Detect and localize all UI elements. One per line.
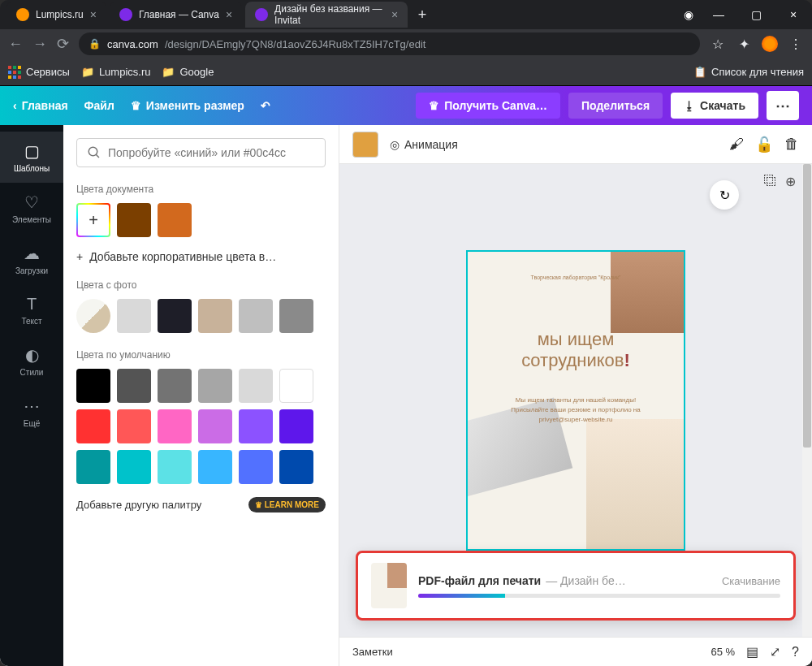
sidebar: ▢ Шаблоны ♡ Элементы ☁ Загрузки T Текст … — [0, 125, 63, 666]
paint-roller-icon[interactable]: 🖌 — [729, 136, 744, 153]
file-button[interactable]: Файл — [84, 99, 114, 112]
browser-tab-0[interactable]: Lumpics.ru × — [6, 2, 106, 28]
bookmark-google[interactable]: 📁 Google — [162, 66, 214, 78]
card-content: Творческая лаборатория "Кролик" мы ищем … — [468, 252, 684, 549]
regenerate-button[interactable]: ↻ — [710, 180, 739, 210]
sidebar-styles[interactable]: ◐ Стили — [0, 335, 63, 387]
bookmark-label: Сервисы — [26, 66, 70, 78]
color-swatch[interactable] — [279, 450, 313, 484]
page-count-icon[interactable]: ▤ — [746, 644, 758, 660]
home-button[interactable]: ‹ Главная — [13, 99, 68, 112]
learn-more-badge[interactable]: ♛ LEARN MORE — [248, 497, 326, 512]
color-swatch[interactable] — [198, 450, 232, 484]
color-swatch[interactable] — [158, 299, 192, 333]
color-swatch[interactable] — [158, 450, 192, 484]
design-canvas[interactable]: Творческая лаборатория "Кролик" мы ищем … — [466, 250, 685, 551]
add-color-button[interactable]: + — [76, 203, 110, 237]
lock-icon[interactable]: 🔓 — [755, 136, 773, 154]
color-swatch[interactable] — [117, 203, 151, 237]
url-field[interactable]: 🔒 canva.com/design/DAEmgly7QN8/d1aovZ6J4… — [79, 32, 700, 55]
photo-swatch[interactable] — [76, 299, 110, 333]
share-button[interactable]: Поделиться — [568, 93, 663, 119]
color-swatch[interactable] — [76, 409, 110, 443]
sidebar-templates[interactable]: ▢ Шаблоны — [0, 132, 63, 183]
color-swatch[interactable] — [158, 203, 192, 237]
resize-label: Изменить размер — [146, 99, 244, 112]
fill-color-chip[interactable] — [352, 132, 378, 158]
add-page-icon[interactable]: ⊕ — [785, 174, 796, 189]
browser-tab-1[interactable]: Главная — Canva × — [110, 2, 242, 28]
color-swatch[interactable] — [76, 450, 110, 484]
reading-list-button[interactable]: 📋 Список для чтения — [693, 66, 804, 78]
color-swatch[interactable] — [158, 409, 192, 443]
color-swatch[interactable] — [117, 409, 151, 443]
sidebar-more[interactable]: ⋯ Ещё — [0, 387, 63, 438]
close-icon[interactable]: × — [226, 8, 232, 21]
color-swatch[interactable] — [198, 369, 232, 403]
trash-icon[interactable]: 🗑 — [784, 136, 799, 153]
download-toast: PDF-файл для печати — Дизайн бе… Скачива… — [356, 551, 796, 621]
sidebar-text[interactable]: T Текст — [0, 285, 63, 335]
sidebar-uploads[interactable]: ☁ Загрузки — [0, 234, 63, 285]
minimize-button[interactable]: — — [706, 8, 731, 21]
share-icon[interactable]: ◉ — [684, 8, 693, 21]
color-swatch[interactable] — [117, 299, 151, 333]
color-swatch[interactable] — [279, 409, 313, 443]
more-button[interactable]: ⋯ — [767, 91, 799, 120]
get-pro-label: Получить Canva… — [444, 99, 547, 112]
get-pro-button[interactable]: ♛ Получить Canva… — [416, 93, 560, 119]
browser-tab-strip: Lumpics.ru × Главная — Canva × Дизайн бе… — [0, 0, 812, 29]
notes-button[interactable]: Заметки — [352, 646, 393, 658]
color-swatch[interactable] — [76, 369, 110, 403]
browser-tab-2[interactable]: Дизайн без названия — Invitat × — [245, 2, 408, 28]
animation-button[interactable]: ◎ Анимация — [390, 138, 458, 151]
close-icon[interactable]: × — [90, 8, 97, 21]
fullscreen-icon[interactable]: ⤢ — [770, 644, 780, 660]
add-corporate-colors[interactable]: + Добавьте корпоративные цвета в… — [76, 250, 326, 263]
profile-avatar[interactable] — [762, 36, 778, 52]
section-default-colors: Цвета по умолчанию — [76, 349, 326, 361]
color-swatch[interactable] — [239, 299, 273, 333]
search-input[interactable]: Попробуйте «синий» или #00c4cc — [76, 138, 326, 167]
canva-toolbar: ‹ Главная Файл ♛ Изменить размер ↶ ♛ Пол… — [0, 86, 812, 125]
help-icon[interactable]: ? — [792, 645, 799, 660]
doc-colors-row: + — [76, 203, 326, 237]
sidebar-elements[interactable]: ♡ Элементы — [0, 183, 63, 234]
zoom-level[interactable]: 65 % — [710, 646, 735, 658]
favicon-icon — [16, 8, 29, 21]
menu-icon[interactable]: ⋮ — [788, 37, 804, 52]
reload-button[interactable]: ⟳ — [57, 35, 69, 53]
apps-button[interactable]: Сервисы — [8, 66, 70, 79]
color-swatch[interactable] — [117, 450, 151, 484]
color-swatch[interactable] — [198, 409, 232, 443]
color-swatch[interactable] — [279, 299, 313, 333]
bookmark-lumpics[interactable]: 📁 Lumpics.ru — [81, 66, 151, 78]
undo-button[interactable]: ↶ — [261, 99, 270, 112]
elements-icon: ♡ — [24, 192, 39, 212]
extension-icon[interactable]: ✦ — [736, 37, 752, 52]
color-swatch[interactable] — [239, 450, 273, 484]
color-swatch[interactable] — [279, 369, 313, 403]
color-swatch[interactable] — [239, 409, 273, 443]
color-panel: Попробуйте «синий» или #00c4cc Цвета док… — [63, 125, 339, 666]
color-swatch[interactable] — [198, 299, 232, 333]
new-tab-button[interactable]: + — [411, 3, 434, 26]
canvas-viewport[interactable]: ⿻ ⊕ ↻ Творческая лаборатория "Кролик" мы… — [339, 164, 812, 637]
back-button[interactable]: ← — [8, 36, 23, 53]
close-window-button[interactable]: × — [781, 8, 806, 21]
forward-button[interactable]: → — [32, 36, 47, 53]
star-icon[interactable]: ☆ — [710, 37, 726, 52]
resize-button[interactable]: ♛ Изменить размер — [131, 99, 244, 112]
color-swatch[interactable] — [158, 369, 192, 403]
color-swatch[interactable] — [117, 369, 151, 403]
maximize-button[interactable]: ▢ — [744, 8, 768, 21]
toast-thumbnail — [371, 563, 407, 608]
download-button[interactable]: ⭳ Скачать — [671, 93, 758, 119]
close-icon[interactable]: × — [391, 8, 398, 21]
sidebar-label: Стили — [20, 368, 44, 377]
animation-label: Анимация — [404, 138, 458, 151]
color-swatch[interactable] — [239, 369, 273, 403]
vertical-scrollbar[interactable] — [802, 164, 812, 637]
tab-title: Lumpics.ru — [36, 9, 84, 20]
duplicate-page-icon[interactable]: ⿻ — [764, 174, 777, 189]
